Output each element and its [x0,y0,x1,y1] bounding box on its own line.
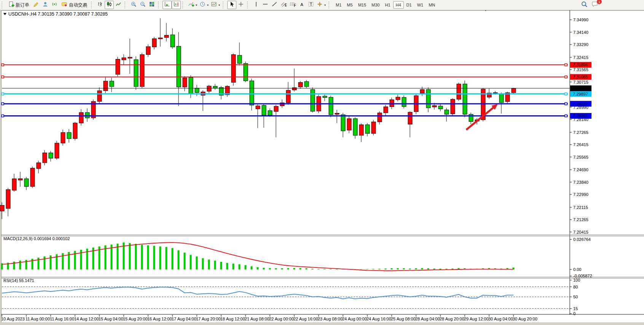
svg-text:F: F [294,3,296,7]
main-toolbar: 新订单 自动交易 [0,0,644,10]
toolbar-grip [91,2,94,8]
toolbar-grip [223,2,226,8]
macd-indicator-label: MACD(12,26,9) 0.001694 0.000102 [3,236,70,241]
bar-chart-icon [97,1,103,9]
candlestick-chart-icon [106,1,112,9]
tile-windows-button[interactable] [147,1,156,9]
svg-text:7.29222: 7.29222 [573,102,588,106]
svg-text:30 Aug 04:00: 30 Aug 04:00 [488,317,513,321]
arrows-tool-icon [317,1,323,9]
fibonacci-tool-button[interactable]: F [288,1,297,9]
text-label-icon: T [308,1,314,9]
indicators-menu-button[interactable]: ▾ [187,1,198,9]
zoom-in-button[interactable] [129,1,138,9]
crosshair-button[interactable] [236,1,245,9]
timeframe-m30[interactable]: M30 [369,1,382,9]
auto-scroll-button[interactable] [163,1,172,9]
autotrading-label: 自动交易 [69,2,87,8]
text-icon: A [299,1,305,9]
svg-text:E: E [285,3,287,7]
template-icon [211,1,217,9]
svg-text:7.24690: 7.24690 [573,167,588,172]
signals-button[interactable] [50,1,59,9]
svg-text:25 Aug 08:00: 25 Aug 08:00 [391,317,416,321]
chevron-down-icon: ▾ [324,3,326,7]
vertical-line-tool-button[interactable] [252,1,261,9]
svg-text:15: 15 [573,306,578,311]
svg-text:100: 100 [573,278,580,282]
svg-text:7.22115: 7.22115 [573,205,588,210]
horizontal-line-tool-button[interactable] [261,1,270,9]
chat-button[interactable]: 1 [591,1,599,9]
svg-text:14 Aug 12:00: 14 Aug 12:00 [74,317,99,321]
svg-text:7.27265: 7.27265 [573,130,588,135]
svg-text:0.026764: 0.026764 [573,237,591,242]
zoom-in-icon [131,1,137,9]
window-bottom-edge [0,322,644,325]
svg-text:15 Aug 04:00: 15 Aug 04:00 [99,317,123,321]
chevron-down-icon: ▾ [218,3,220,7]
text-label-tool-button[interactable]: T [306,1,316,9]
horizontal-line-icon [262,1,268,9]
chevron-down-icon: ▾ [207,3,209,7]
svg-text:7.31565: 7.31565 [573,67,588,72]
arrows-tool-button[interactable]: ▾ [316,1,327,9]
notification-badge: 1 [597,0,602,4]
svg-text:7.33290: 7.33290 [573,42,588,47]
timeframe-w1[interactable]: W1 [414,1,426,9]
timeframe-h1[interactable]: H1 [382,1,393,9]
svg-text:23 Aug 08:00: 23 Aug 08:00 [318,317,343,321]
channel-icon: E [281,1,287,9]
text-tool-button[interactable]: A [297,1,306,9]
timeframe-m5[interactable]: M5 [344,1,355,9]
candlestick-chart-button[interactable] [105,1,114,9]
metaeditor-button[interactable] [32,1,41,9]
trendline-tool-button[interactable] [270,1,279,9]
svg-text:A: A [300,2,303,7]
svg-text:7.22990: 7.22990 [573,192,588,197]
equidistant-channel-tool-button[interactable]: E [279,1,288,9]
search-icon[interactable] [581,1,588,9]
rsi-indicator-label: RSI(14) 55.1471 [3,278,34,283]
toolbar-grip [328,2,332,8]
new-order-button[interactable]: 新订单 [6,1,32,9]
svg-text:22 Aug 00:00: 22 Aug 00:00 [269,317,294,321]
autotrading-icon [61,1,68,9]
svg-text:7.23840: 7.23840 [573,180,588,185]
autotrading-button[interactable]: 自动交易 [59,1,89,9]
svg-text:15 Aug 20:00: 15 Aug 20:00 [123,317,148,321]
svg-text:7.29897: 7.29897 [573,92,588,96]
fibonacci-icon: F [290,1,296,9]
cursor-button[interactable] [227,1,236,9]
chart-collapse-icon[interactable] [3,13,6,15]
svg-text:0: 0 [573,311,575,316]
timeframe-mn[interactable]: MN [426,1,438,9]
timeframe-m15[interactable]: M15 [355,1,369,9]
person-icon [42,1,48,9]
svg-text:7.21265: 7.21265 [573,217,588,222]
bar-chart-button[interactable] [96,1,105,9]
svg-text:50: 50 [573,295,578,299]
chart-corner-marker-icon[interactable] [484,11,487,18]
community-button[interactable] [41,1,50,9]
timeframe-h4[interactable]: H4 [393,1,404,9]
timeframe-d1[interactable]: D1 [404,1,414,9]
zoom-out-icon [140,1,146,9]
svg-text:21 Aug 08:00: 21 Aug 08:00 [245,317,269,321]
templates-menu-button[interactable]: ▾ [210,1,221,9]
zoom-out-button[interactable] [138,1,147,9]
chart-canvas[interactable]: 7.349907.341407.332907.324157.315657.307… [0,0,644,325]
new-order-label: 新订单 [16,2,29,8]
svg-text:17 Aug 20:00: 17 Aug 20:00 [196,317,221,321]
svg-text:7.31896: 7.31896 [573,62,588,67]
toolbar-grip [2,2,5,8]
chart-shift-icon [173,1,179,9]
chevron-down-icon: ▾ [196,3,197,7]
svg-text:7.25565: 7.25565 [573,155,588,159]
svg-text:16 Aug 12:00: 16 Aug 12:00 [147,317,172,321]
svg-text:7.26415: 7.26415 [573,142,588,147]
timeframe-m1[interactable]: M1 [333,1,344,9]
line-chart-button[interactable] [114,1,123,9]
periods-menu-button[interactable]: ▾ [198,1,210,9]
chart-shift-button[interactable] [172,1,181,9]
